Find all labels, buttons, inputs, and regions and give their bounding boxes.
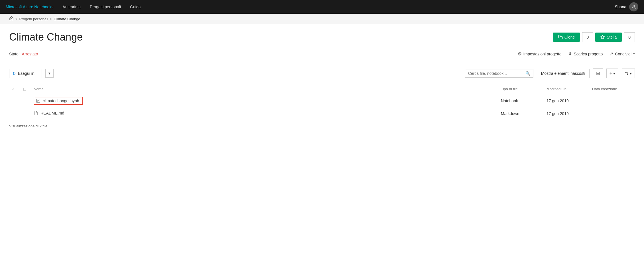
run-button[interactable]: ▷ Esegui in... (9, 69, 42, 78)
col-name-header[interactable]: Nome (31, 84, 498, 94)
file-table: ✓ □ Nome Tipo di file Modified On Data c… (9, 84, 635, 119)
title-row: Climate Change Clone 0 Stella 0 (9, 31, 635, 43)
file-name[interactable]: README.md (31, 108, 498, 119)
breadcrumb-sep-2: > (50, 17, 52, 21)
search-icon: 🔍 (525, 71, 530, 76)
sort-chevron-icon: ▾ (630, 71, 632, 76)
file-created (589, 94, 635, 108)
row-check[interactable] (9, 94, 21, 108)
brand-label: Microsoft Azure Notebooks (6, 5, 53, 9)
play-icon: ▷ (13, 71, 16, 75)
run-label: Esegui in... (18, 71, 38, 76)
clone-count: 0 (582, 32, 593, 42)
download-project-action[interactable]: ⬇ Scarica progetto (568, 51, 603, 57)
settings-label: Impostazioni progetto (523, 52, 562, 56)
share-chevron-icon: ▾ (633, 52, 635, 56)
nav-guide[interactable]: Guida (130, 5, 141, 9)
status-left: Stato: Arrestato (9, 52, 38, 56)
topbar: Microsoft Azure Notebooks Anteprima Prog… (0, 0, 644, 14)
sort-icon: ⇅ (625, 71, 629, 76)
status-actions: ⚙ Impostazioni progetto ⬇ Scarica proget… (518, 51, 635, 57)
col-modified-header[interactable]: Modified On (544, 84, 589, 94)
search-input[interactable] (468, 71, 524, 76)
status-row: Stato: Arrestato ⚙ Impostazioni progetto… (9, 48, 635, 60)
file-type: Markdown (498, 108, 544, 119)
share-action[interactable]: ↗ Condividi ▾ (610, 51, 635, 57)
file-type: Notebook (498, 94, 544, 108)
toolbar-row: ▷ Esegui in... ▾ 🔍 Mostra elementi nasco… (9, 65, 635, 82)
search-box: 🔍 (465, 69, 533, 78)
main-content: Climate Change Clone 0 Stella 0 Stato: (0, 24, 644, 135)
col-created-header[interactable]: Data creazione (589, 84, 635, 94)
run-dropdown-button[interactable]: ▾ (45, 69, 54, 78)
home-icon[interactable] (9, 16, 14, 22)
star-label: Stella (607, 35, 617, 39)
run-chevron-icon: ▾ (48, 71, 50, 75)
col-type-header[interactable]: Tipo di file (498, 84, 544, 94)
table-row[interactable]: climatechange.ipynb Notebook 17 gen 2019 (9, 94, 635, 108)
file-col-icon: □ (23, 87, 26, 91)
svg-point-0 (633, 5, 635, 7)
title-actions: Clone 0 Stella 0 (553, 32, 635, 42)
svg-marker-3 (601, 35, 605, 39)
star-count: 0 (624, 32, 635, 42)
show-hidden-button[interactable]: Mostra elementi nascosti (537, 69, 590, 78)
file-type-icon (21, 94, 31, 108)
username: Shana (615, 5, 626, 9)
status-label: Stato: (9, 52, 20, 56)
breadcrumb-projects[interactable]: Progetti personali (19, 17, 48, 21)
add-button[interactable]: + ▾ (606, 69, 618, 78)
file-created (589, 108, 635, 119)
sort-button[interactable]: ⇅ ▾ (622, 69, 635, 78)
svg-rect-1 (10, 18, 13, 20)
nav-projects[interactable]: Progetti personali (90, 5, 121, 9)
share-icon: ↗ (610, 51, 613, 57)
file-count-footer: Visualizzazione di 2 file (9, 124, 635, 128)
project-title: Climate Change (9, 31, 83, 43)
preview-label: Anteprima (62, 5, 81, 9)
svg-rect-4 (36, 99, 40, 103)
download-label: Scarica progetto (574, 52, 603, 56)
settings-icon: ⚙ (518, 51, 522, 57)
topbar-nav: Progetti personali Guida (90, 5, 606, 9)
user-area: Shana (615, 2, 638, 11)
row-check[interactable] (9, 108, 21, 119)
share-label: Condividi (615, 52, 631, 56)
file-modified: 17 gen 2019 (544, 108, 589, 119)
table-row[interactable]: README.md Markdown 17 gen 2019 (9, 108, 635, 119)
svg-rect-2 (560, 37, 562, 39)
show-hidden-label: Mostra elementi nascosti (541, 71, 585, 76)
col-icon-header: □ (21, 84, 31, 94)
grid-view-button[interactable]: ⊞ (593, 68, 603, 78)
plus-icon: + (610, 71, 612, 76)
star-button[interactable]: Stella (595, 33, 622, 42)
check-icon: ✓ (12, 87, 15, 91)
grid-icon: ⊞ (596, 71, 600, 76)
file-type-icon (21, 108, 31, 119)
file-modified: 17 gen 2019 (544, 94, 589, 108)
file-name[interactable]: climatechange.ipynb (31, 94, 498, 108)
add-chevron-icon: ▾ (613, 71, 615, 76)
breadcrumb-sep-1: > (15, 17, 18, 21)
breadcrumb: > Progetti personali > Climate Change (0, 14, 644, 24)
table-header-row: ✓ □ Nome Tipo di file Modified On Data c… (9, 84, 635, 94)
col-check-header: ✓ (9, 84, 21, 94)
download-icon: ⬇ (568, 51, 572, 57)
project-settings-action[interactable]: ⚙ Impostazioni progetto (518, 51, 562, 57)
clone-label: Clone (564, 35, 575, 39)
breadcrumb-current: Climate Change (54, 17, 80, 21)
status-value: Arrestato (22, 52, 38, 56)
clone-button[interactable]: Clone (553, 33, 580, 42)
avatar[interactable] (629, 2, 638, 11)
